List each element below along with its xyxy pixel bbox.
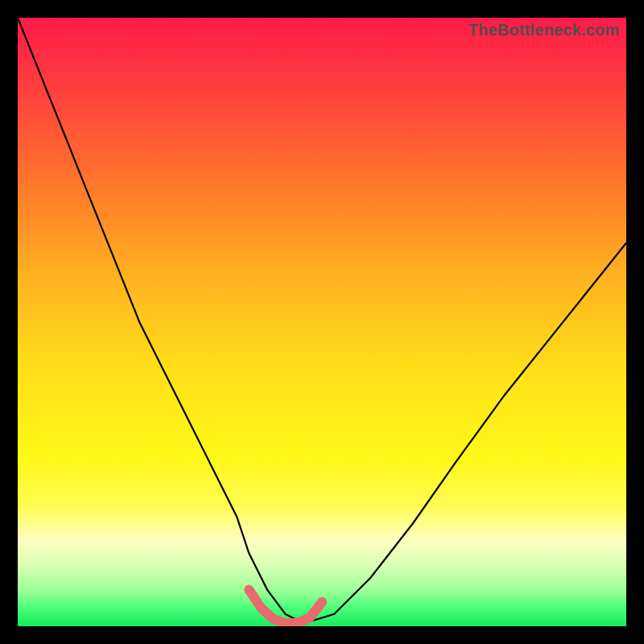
watermark-text: TheBottleneck.com <box>469 21 620 39</box>
bottleneck-curve-path <box>18 18 626 623</box>
chart-frame: TheBottleneck.com <box>0 0 644 644</box>
curve-layer <box>18 18 626 626</box>
sweet-spot-highlight-path <box>249 590 322 624</box>
plot-area: TheBottleneck.com <box>18 18 626 626</box>
